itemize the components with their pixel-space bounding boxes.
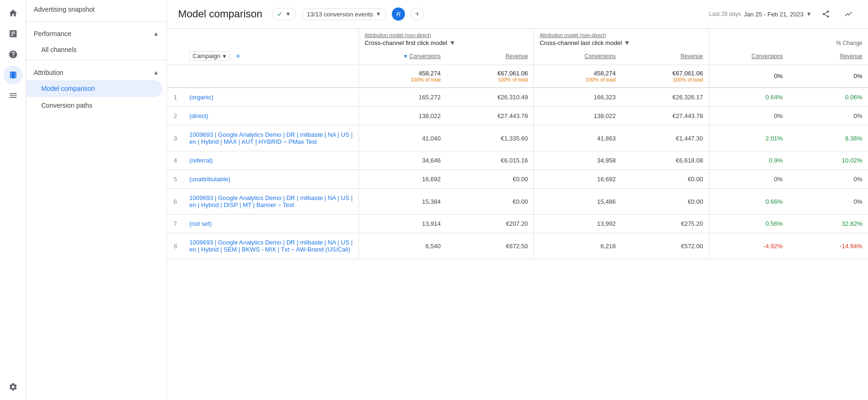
avatar[interactable]: R [392,7,405,21]
campaign-name[interactable]: 1009693 | Google Analytics Demo | DR | m… [184,189,359,215]
campaign-name[interactable]: 1009693 | Google Analytics Demo | DR | m… [184,233,359,259]
conversion-events-pill[interactable]: 13/13 conversion events ▼ [302,8,387,20]
th-conv2-label: Conversions [584,53,616,59]
table-row: 4 (referral) 34,646 €6,015.16 34,958 €6,… [167,151,868,170]
table-row: 8 1009693 | Google Analytics Demo | DR |… [167,233,868,259]
conv1-value: 16,692 [359,170,446,189]
th-row-num [167,47,184,65]
conversion-chevron-icon: ▼ [376,11,382,17]
date-range-value: Jan 25 - Feb 21, 2023 [744,11,803,18]
conv2-value: 34,958 [534,151,621,170]
model1-select[interactable]: Cross-channel first click model ▼ [365,39,456,46]
th-rev-change[interactable]: Revenue [788,47,868,65]
divider-2 [26,60,166,60]
home-icon[interactable] [4,4,22,22]
conv-change-value: 0.64% [709,88,788,107]
date-chevron-icon: ▼ [806,11,812,17]
settings-icon[interactable] [4,378,22,396]
conv2-value: 16,692 [534,170,621,189]
date-range-selector[interactable]: Last 28 days Jan 25 - Feb 21, 2023 ▼ [709,11,812,18]
table-row: 2 (direct) 138,022 €27,443.78 138,022 €2… [167,107,868,126]
main-content: Model comparison ✓ ▼ 13/13 conversion ev… [167,0,868,400]
rev-change-value: 0% [788,189,868,215]
conv1-value: 13,914 [359,215,446,233]
rev2-value: €572.00 [621,233,709,259]
totals-rev-change: 0% [788,65,868,88]
rev2-value: €26,326.17 [621,88,709,107]
th-rev1[interactable]: Revenue [446,47,534,65]
conv2-value: 13,992 [534,215,621,233]
page-title: Model comparison [178,8,262,20]
th-conv1[interactable]: ▼ Conversions [359,47,446,65]
conv1-value: 34,646 [359,151,446,170]
th-campaign[interactable]: Campaign ▼ + [184,47,359,65]
row-num: 6 [167,189,184,215]
data-table-container: Attribution model (non-direct) Cross-cha… [167,29,868,400]
campaign-name[interactable]: (referral) [184,151,359,170]
campaign-name[interactable]: (organic) [184,88,359,107]
sidebar: Advertising snapshot Performance ▲ All c… [26,0,167,400]
divider-1 [26,21,166,22]
rev2-value: €275.20 [621,215,709,233]
table-row: 5 (unattributable) 16,692 €0.00 16,692 €… [167,170,868,189]
conv2-value: 166,323 [534,88,621,107]
model2-chevron-icon: ▼ [624,39,630,46]
campaign-name[interactable]: (not set) [184,215,359,233]
conv1-value: 165,272 [359,88,446,107]
sidebar-section-attribution[interactable]: Attribution ▲ [26,62,166,80]
totals-conv1: 458,274 100% of total [359,65,446,88]
table-row: 3 1009693 | Google Analytics Demo | DR |… [167,126,868,151]
campaign-name[interactable]: (direct) [184,107,359,126]
check-icon: ✓ [277,10,283,18]
row-num: 7 [167,215,184,233]
row-num: 4 [167,151,184,170]
th-rev2[interactable]: Revenue [621,47,709,65]
sidebar-item-all-channels[interactable]: All channels [26,41,166,58]
sidebar-section-attribution-label: Attribution [34,69,63,76]
list-icon[interactable] [4,86,22,105]
chevron-up-icon-2: ▲ [153,69,159,76]
rev1-value: €0.00 [446,170,534,189]
campaign-add-button[interactable]: + [236,52,240,60]
conv-change-value: 2.01% [709,126,788,151]
table-row: 1 (organic) 165,272 €26,310.49 166,323 €… [167,88,868,107]
advertising-icon[interactable] [4,66,22,84]
sidebar-item-advertising-snapshot[interactable]: Advertising snapshot [26,0,166,19]
model1-group-header: Attribution model (non-direct) Cross-cha… [359,29,533,47]
chart-icon[interactable] [840,6,857,22]
conv2-value: 6,218 [534,233,621,259]
th-conv-change[interactable]: Conversions [709,47,788,65]
totals-row: 458,274 100% of total €67,061.06 100% of… [167,65,868,88]
campaign-sort-button[interactable]: Campaign ▼ [189,51,230,61]
conv-change-value: -4.92% [709,233,788,259]
model1-group-label: Attribution model (non-direct) [365,32,431,38]
campaign-name[interactable]: (unattributable) [184,170,359,189]
rev1-value: €6,015.16 [446,151,534,170]
rev-change-value: 10.02% [788,151,868,170]
rev1-value: €0.00 [446,189,534,215]
rev-change-value: 32.82% [788,215,868,233]
rev1-value: €207.20 [446,215,534,233]
conv-change-value: 0.66% [709,189,788,215]
row-num: 3 [167,126,184,151]
campaign-name[interactable]: 1009693 | Google Analytics Demo | DR | m… [184,126,359,151]
reports-icon[interactable] [4,24,22,43]
conv2-value: 41,863 [534,126,621,151]
add-comparison-button[interactable]: + [411,7,424,21]
sidebar-item-model-comparison[interactable]: Model comparison [26,80,163,97]
model2-group-header: Attribution model (non-direct) Cross-cha… [534,29,709,47]
sidebar-item-conversion-paths[interactable]: Conversion paths [26,97,166,114]
conv-change-value: 0% [709,107,788,126]
rev1-value: €672.50 [446,233,534,259]
conv2-value: 138,022 [534,107,621,126]
rev2-value: €1,447.30 [621,126,709,151]
sidebar-section-performance[interactable]: Performance ▲ [26,23,166,41]
status-badge[interactable]: ✓ ▼ [272,8,296,20]
model2-select[interactable]: Cross-channel last click model ▼ [539,39,630,46]
left-nav [0,0,26,400]
share-icon[interactable] [817,6,834,22]
rev1-value: €1,335.60 [446,126,534,151]
insights-icon[interactable] [4,45,22,64]
pct-change-group-header: % Change [709,29,868,47]
th-conv2[interactable]: Conversions [534,47,621,65]
